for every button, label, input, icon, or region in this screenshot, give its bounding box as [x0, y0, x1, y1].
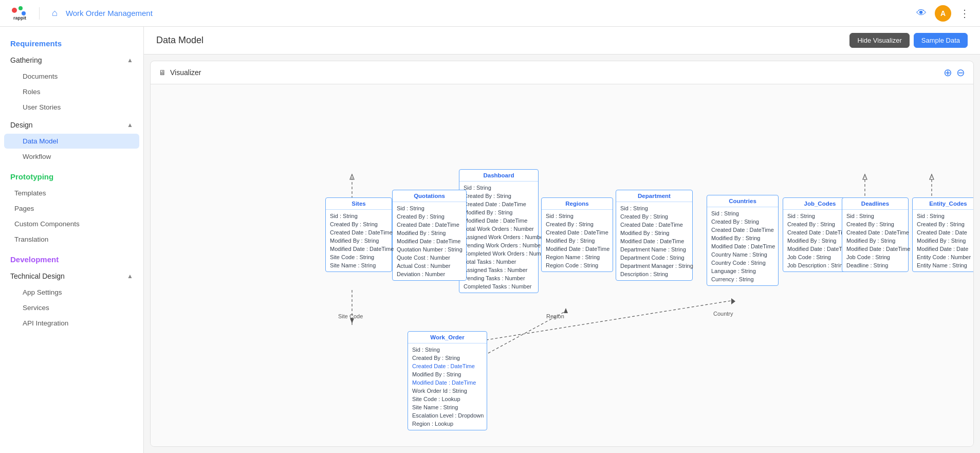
entity-header-sites: Sites	[326, 198, 392, 210]
sidebar-item-services[interactable]: Services	[4, 300, 139, 315]
sidebar-group-design: Design ▲ Data Model Workflow	[0, 117, 143, 164]
zoom-in-button[interactable]: ⊕	[944, 66, 952, 79]
chevron-up-icon: ▲	[127, 57, 133, 64]
content: Data Model Hide Visualizer Sample Data 🖥…	[144, 27, 980, 453]
chevron-up-icon-tech: ▲	[127, 273, 133, 280]
sidebar-group-header-technical-design[interactable]: Technical Design ▲	[0, 268, 143, 284]
entity-body-deadlines: Sid : String Created By : String Created…	[842, 210, 908, 271]
home-icon[interactable]: ⌂	[52, 8, 58, 19]
main-layout: Requirements Gathering ▲ Documents Roles…	[0, 27, 980, 453]
svg-text:rappit: rappit	[13, 15, 26, 21]
sidebar-item-data-model[interactable]: Data Model	[4, 134, 139, 149]
entity-card-work-order[interactable]: Work_Order Sid : String Created By : Str…	[408, 331, 487, 430]
sidebar-group-header-gathering[interactable]: Gathering ▲	[0, 52, 143, 68]
svg-point-1	[19, 6, 23, 10]
svg-marker-9	[731, 298, 735, 304]
chevron-up-icon-design: ▲	[127, 121, 133, 129]
nav-divider	[39, 7, 40, 20]
page-header: Data Model Hide Visualizer Sample Data	[144, 27, 980, 55]
entity-body-work-order: Sid : String Created By : String Created…	[408, 343, 487, 430]
sidebar-item-translation[interactable]: Translation	[4, 232, 139, 247]
entity-card-deadlines[interactable]: Deadlines Sid : String Created By : Stri…	[842, 197, 909, 272]
visualizer-header: 🖥 Visualizer ⊕ ⊖	[151, 61, 973, 84]
header-buttons: Hide Visualizer Sample Data	[849, 33, 968, 48]
visualizer-panel: 🖥 Visualizer ⊕ ⊖	[150, 61, 974, 447]
entity-body-dashboard: Sid : String Created By : String Created…	[459, 182, 538, 293]
avatar[interactable]: A	[935, 5, 951, 22]
entity-card-regions[interactable]: Regions Sid : String Created By : String…	[541, 197, 613, 272]
entity-card-quotations[interactable]: Quotations Sid : String Created By : Str…	[392, 190, 467, 281]
canvas-inner: Dashboard Sid : String Created By : Stri…	[156, 89, 772, 446]
entity-header-countries: Countries	[707, 195, 778, 207]
entity-body-sites: Sid : String Created By : String Created…	[326, 210, 392, 271]
visualizer-title: 🖥 Visualizer	[159, 68, 201, 77]
entity-body-countries: Sid : String Created By : String Created…	[707, 207, 778, 285]
canvas[interactable]: Dashboard Sid : String Created By : Stri…	[151, 84, 973, 446]
entity-header-work-order: Work_Order	[408, 332, 487, 343]
entity-card-sites[interactable]: Sites Sid : String Created By : String C…	[325, 197, 392, 272]
page-title: Data Model	[156, 35, 204, 46]
sidebar-item-api-integration[interactable]: API Integration	[4, 316, 139, 331]
entity-header-quotations: Quotations	[393, 190, 466, 202]
logo[interactable]: rappit rappit	[10, 5, 27, 22]
svg-marker-13	[863, 174, 867, 179]
sidebar-item-custom-components[interactable]: Custom Components	[4, 216, 139, 231]
entity-body-department: Sid : String Created By : String Created…	[616, 202, 692, 280]
svg-point-0	[12, 8, 17, 13]
sidebar-item-workflow[interactable]: Workflow	[4, 149, 139, 164]
entity-body-regions: Sid : String Created By : String Created…	[542, 210, 613, 271]
entity-header-dashboard: Dashboard	[459, 170, 538, 182]
sidebar-item-app-settings[interactable]: App Settings	[4, 285, 139, 300]
sidebar-section-requirements[interactable]: Requirements	[0, 35, 143, 52]
entity-card-dashboard[interactable]: Dashboard Sid : String Created By : Stri…	[459, 169, 539, 293]
topnav: rappit rappit ⌂ Work Order Management 👁 …	[0, 0, 980, 27]
sidebar-item-roles[interactable]: Roles	[4, 84, 139, 99]
nav-title: Work Order Management	[66, 9, 153, 17]
entity-header-entity-codes: Entity_Codes	[913, 198, 973, 210]
sidebar-section-prototyping[interactable]: Prototyping	[0, 168, 143, 185]
svg-marker-5	[350, 318, 354, 323]
sidebar-item-documents[interactable]: Documents	[4, 69, 139, 84]
sidebar-group-header-design[interactable]: Design ▲	[0, 117, 143, 133]
sidebar-item-user-stories[interactable]: User Stories	[4, 100, 139, 115]
svg-marker-11	[350, 174, 354, 179]
entity-header-deadlines: Deadlines	[842, 198, 908, 210]
rel-label-region: Region	[546, 313, 564, 319]
sidebar-section-development[interactable]: Development	[0, 251, 143, 268]
sample-data-button[interactable]: Sample Data	[914, 33, 968, 48]
rel-label-country: Country	[713, 311, 733, 317]
entity-header-regions: Regions	[542, 198, 613, 210]
sidebar-group-gathering: Gathering ▲ Documents Roles User Stories	[0, 52, 143, 115]
svg-marker-15	[930, 174, 934, 179]
sidebar-item-templates[interactable]: Templates	[4, 186, 139, 201]
monitor-icon: 🖥	[159, 68, 166, 77]
sidebar: Requirements Gathering ▲ Documents Roles…	[0, 27, 144, 453]
entity-card-department[interactable]: Department Sid : String Created By : Str…	[616, 190, 693, 281]
entity-header-department: Department	[616, 190, 692, 202]
entity-card-countries[interactable]: Countries Sid : String Created By : Stri…	[707, 195, 779, 286]
eye-icon[interactable]: 👁	[916, 7, 927, 19]
sidebar-group-technical-design: Technical Design ▲ App Settings Services…	[0, 268, 143, 331]
rel-label-site-code: Site Code	[338, 313, 363, 319]
logo-icon: rappit	[10, 5, 27, 22]
svg-marker-7	[564, 308, 568, 313]
visualizer-zoom: ⊕ ⊖	[944, 66, 965, 79]
hide-visualizer-button[interactable]: Hide Visualizer	[849, 33, 909, 48]
entity-body-entity-codes: Sid : String Created By : String Created…	[913, 210, 973, 271]
zoom-out-button[interactable]: ⊖	[956, 66, 965, 79]
entity-body-quotations: Sid : String Created By : String Created…	[393, 202, 466, 280]
entity-card-entity-codes[interactable]: Entity_Codes Sid : String Created By : S…	[912, 197, 973, 272]
svg-point-2	[22, 11, 26, 15]
sidebar-item-pages[interactable]: Pages	[4, 201, 139, 216]
more-icon[interactable]: ⋮	[959, 7, 970, 20]
svg-line-8	[477, 300, 734, 341]
